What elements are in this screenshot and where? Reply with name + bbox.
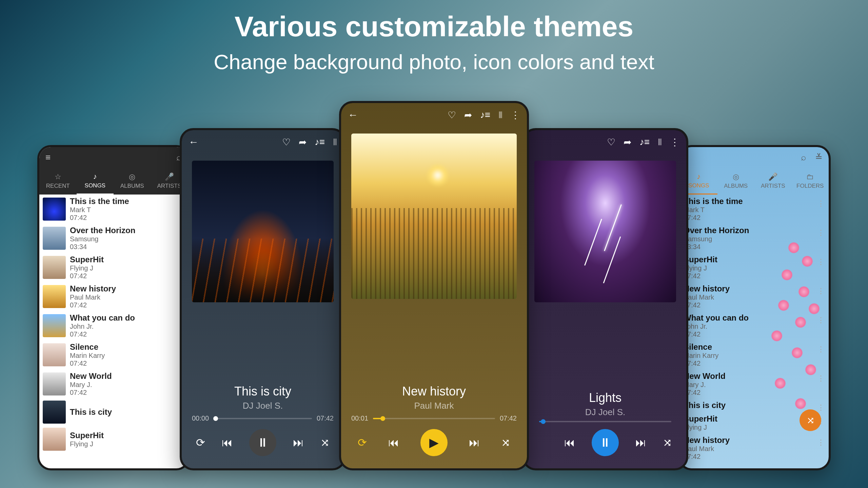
song-row[interactable]: What you can doJohn Jr.07:42 bbox=[39, 311, 188, 340]
song-artist: Paul Mark bbox=[70, 293, 116, 301]
song-duration: 07:42 bbox=[684, 272, 717, 280]
song-duration: 07:42 bbox=[684, 301, 730, 309]
tab-folders[interactable]: 🗀FOLDERS bbox=[792, 167, 829, 195]
queue-icon[interactable]: ♪≡ bbox=[639, 137, 650, 147]
tab-albums[interactable]: ◎ALBUMS bbox=[114, 167, 151, 195]
song-row[interactable]: This is city bbox=[39, 399, 188, 426]
song-duration: 07:42 bbox=[684, 360, 718, 367]
disc-icon: ◎ bbox=[129, 172, 135, 181]
more-icon[interactable]: ⋮ bbox=[817, 199, 825, 208]
song-title: SuperHit bbox=[70, 255, 104, 264]
tab-songs[interactable]: ♪SONGS bbox=[77, 167, 114, 195]
seekbar[interactable] bbox=[214, 418, 312, 419]
more-icon[interactable]: ⋮ bbox=[817, 438, 825, 447]
song-artist: Mark T bbox=[70, 206, 129, 214]
share-icon[interactable]: ➦ bbox=[299, 137, 307, 148]
song-title: This is city bbox=[70, 407, 112, 417]
song-row[interactable]: SuperHitFlying J07:42 bbox=[39, 253, 188, 282]
more-icon[interactable]: ⋮ bbox=[817, 316, 825, 325]
song-title: Over the Horizon bbox=[684, 226, 749, 235]
prev-button[interactable]: ⏮ bbox=[222, 436, 233, 449]
note-icon: ♪ bbox=[697, 172, 701, 181]
song-thumb bbox=[43, 343, 66, 366]
song-row[interactable]: New WorldMary J.07:42⋮ bbox=[680, 369, 829, 399]
song-row[interactable]: New historyPaul Mark07:42⋮ bbox=[680, 282, 829, 311]
song-duration: 07:42 bbox=[70, 272, 104, 280]
more-icon[interactable]: ⋮ bbox=[817, 374, 825, 383]
more-icon[interactable]: ⋮ bbox=[817, 287, 825, 296]
seekbar[interactable] bbox=[373, 418, 495, 419]
next-button[interactable]: ⏭ bbox=[469, 436, 480, 449]
song-row[interactable]: SilenceMarin Karry07:42⋮ bbox=[680, 340, 829, 369]
song-row[interactable]: SilenceMarin Karry07:42 bbox=[39, 340, 188, 369]
queue-icon[interactable]: ♪≡ bbox=[480, 109, 490, 120]
song-duration: 03:34 bbox=[684, 243, 749, 251]
shuffle-button[interactable]: ⤨ bbox=[320, 436, 330, 449]
repeat-button[interactable]: ⟳ bbox=[196, 436, 205, 449]
song-title: What you can do bbox=[684, 313, 749, 323]
pause-button[interactable]: ⏸ bbox=[249, 429, 276, 456]
song-artist: Samsung bbox=[684, 235, 749, 243]
share-icon[interactable]: ➦ bbox=[464, 109, 472, 121]
search-icon[interactable]: ⌕ bbox=[801, 152, 806, 162]
next-button[interactable]: ⏭ bbox=[293, 436, 304, 449]
song-thumb bbox=[43, 256, 66, 279]
share-icon[interactable]: ➦ bbox=[624, 137, 631, 148]
disc-icon: ◎ bbox=[733, 172, 739, 181]
phone-theme-storm: ← ♡ ➦ ♪≡ ⫴ ⋮ Lights DJ Joel S. ⟳ ⏮ ⏸ bbox=[522, 128, 688, 470]
pause-button[interactable]: ⏸ bbox=[592, 429, 619, 456]
song-duration: 07:42 bbox=[684, 389, 726, 396]
eq-icon[interactable]: ⫴ bbox=[498, 109, 502, 121]
heart-icon[interactable]: ♡ bbox=[607, 137, 615, 148]
back-icon[interactable]: ← bbox=[189, 136, 199, 148]
more-icon[interactable]: ⋮ bbox=[817, 345, 825, 354]
tab-artists[interactable]: 🎤ARTISTS bbox=[754, 167, 792, 195]
shuffle-fab[interactable]: ⤨ bbox=[800, 409, 821, 431]
song-row[interactable]: New WorldMary J.07:42 bbox=[39, 369, 188, 399]
eq-icon[interactable]: ⫴ bbox=[658, 137, 662, 148]
queue-icon[interactable]: ♪≡ bbox=[315, 137, 325, 147]
song-row[interactable]: New historyPaul Mark07:42 bbox=[39, 282, 188, 311]
song-row[interactable]: What you can doJohn Jr.07:42⋮ bbox=[680, 311, 829, 340]
song-row[interactable]: Over the HorizonSamsung03:34 bbox=[39, 224, 188, 253]
back-icon[interactable]: ← bbox=[348, 109, 358, 121]
song-row[interactable]: This is the timeMark T07:42 bbox=[39, 195, 188, 224]
time-total: 07:42 bbox=[500, 414, 517, 422]
shuffle-button[interactable]: ⤨ bbox=[663, 436, 672, 449]
tab-recent[interactable]: ☆RECENT bbox=[39, 167, 77, 195]
prev-button[interactable]: ⏮ bbox=[388, 436, 399, 449]
song-row[interactable]: Over the HorizonSamsung03:34⋮ bbox=[680, 224, 829, 253]
sort-icon[interactable]: ≚ bbox=[815, 152, 823, 162]
mic-icon: 🎤 bbox=[768, 172, 777, 181]
now-playing-title: This is city bbox=[189, 384, 337, 399]
more-icon[interactable]: ⋮ bbox=[817, 228, 825, 237]
song-artist: Mary J. bbox=[70, 381, 112, 389]
play-button[interactable]: ▶ bbox=[420, 429, 448, 456]
more-icon[interactable]: ⋮ bbox=[511, 109, 520, 121]
eq-icon[interactable]: ⫴ bbox=[333, 137, 337, 148]
song-title: New history bbox=[684, 435, 730, 445]
song-title: SuperHit bbox=[684, 255, 717, 264]
now-playing-title: New history bbox=[348, 384, 520, 399]
phone-theme-blossom: ⌕ ≚ ♪SONGS ◎ALBUMS 🎤ARTISTS 🗀FOLDERS bbox=[678, 145, 831, 470]
song-row[interactable]: New historyPaul Mark07:42⋮ bbox=[680, 433, 829, 463]
tab-albums[interactable]: ◎ALBUMS bbox=[717, 167, 755, 195]
more-icon[interactable]: ⋮ bbox=[670, 137, 679, 148]
repeat-button[interactable]: ⟳ bbox=[358, 436, 367, 449]
more-icon[interactable]: ⋮ bbox=[817, 258, 825, 266]
heart-icon[interactable]: ♡ bbox=[282, 137, 291, 148]
seekbar[interactable] bbox=[539, 421, 671, 422]
song-row[interactable]: This is the timeMark T07:42⋮ bbox=[680, 195, 829, 224]
next-button[interactable]: ⏭ bbox=[635, 436, 646, 449]
more-icon[interactable]: ⋮ bbox=[817, 403, 825, 412]
song-artist: Flying J bbox=[70, 264, 104, 272]
song-artist: Paul Mark bbox=[684, 293, 730, 301]
song-title: New history bbox=[684, 284, 730, 293]
song-row[interactable]: SuperHitFlying J bbox=[39, 426, 188, 453]
menu-icon[interactable]: ≡ bbox=[45, 152, 51, 163]
prev-button[interactable]: ⏮ bbox=[564, 436, 575, 449]
song-row[interactable]: SuperHitFlying J07:42⋮ bbox=[680, 253, 829, 282]
shuffle-button[interactable]: ⤨ bbox=[501, 436, 510, 449]
library-tabs: ☆RECENT ♪SONGS ◎ALBUMS 🎤ARTISTS bbox=[39, 167, 188, 195]
heart-icon[interactable]: ♡ bbox=[448, 109, 456, 121]
